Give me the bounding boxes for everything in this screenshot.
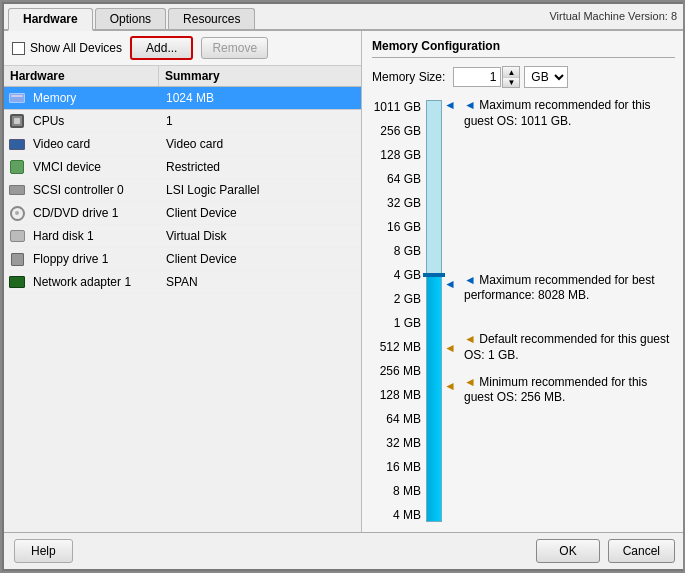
min-recommended-annotation: ◄ Minimum recommended for this guest OS:… [464, 375, 675, 406]
memory-decrease-button[interactable]: ▼ [503, 77, 519, 87]
hardware-name: Network adapter 1 [30, 273, 160, 291]
hardware-name: Hard disk 1 [30, 227, 160, 245]
network-icon [7, 272, 27, 292]
hardware-name: CPUs [30, 112, 160, 130]
hardware-summary: SPAN [160, 273, 361, 291]
table-row[interactable]: SCSI controller 0 LSI Logic Parallel [4, 179, 361, 202]
memory-config-title: Memory Configuration [372, 39, 675, 58]
show-all-label: Show All Devices [30, 41, 122, 55]
hardware-name: CD/DVD drive 1 [30, 204, 160, 222]
harddisk-icon [7, 226, 27, 246]
cancel-button[interactable]: Cancel [608, 539, 675, 563]
hardware-name: Memory [30, 89, 160, 107]
remove-button[interactable]: Remove [201, 37, 268, 59]
scsi-icon [7, 180, 27, 200]
hardware-summary: Restricted [160, 158, 361, 176]
cddvd-icon [7, 203, 27, 223]
table-row[interactable]: Video card Video card [4, 133, 361, 156]
table-row[interactable]: CPUs 1 [4, 110, 361, 133]
max-perf-marker: ◄ [444, 277, 456, 291]
help-button[interactable]: Help [14, 539, 73, 563]
table-row[interactable]: Network adapter 1 SPAN [4, 271, 361, 294]
video-icon [7, 134, 27, 154]
tab-options[interactable]: Options [95, 8, 166, 29]
hardware-summary: Virtual Disk [160, 227, 361, 245]
table-row[interactable]: Memory 1024 MB [4, 87, 361, 110]
memory-size-label: Memory Size: [372, 70, 445, 84]
tab-hardware[interactable]: Hardware [8, 8, 93, 31]
col-hardware-header: Hardware [4, 66, 159, 86]
slider-fill [427, 277, 441, 521]
default-recommended-marker: ◄ [444, 341, 456, 355]
vmci-icon [7, 157, 27, 177]
cpu-icon [7, 111, 27, 131]
table-row[interactable]: VMCI device Restricted [4, 156, 361, 179]
max-recommended-marker: ◄ [444, 98, 456, 112]
tab-resources[interactable]: Resources [168, 8, 255, 29]
memory-increase-button[interactable]: ▲ [503, 67, 519, 77]
default-recommended-annotation: ◄ Default recommended for this guest OS:… [464, 332, 675, 363]
max-perf-annotation: ◄ Maximum recommended for best performan… [464, 273, 675, 304]
hardware-name: Floppy drive 1 [30, 250, 160, 268]
show-all-devices-checkbox[interactable]: Show All Devices [12, 41, 122, 55]
checkbox-icon [12, 42, 25, 55]
add-button[interactable]: Add... [130, 36, 193, 60]
hardware-name: Video card [30, 135, 160, 153]
col-summary-header: Summary [159, 66, 361, 86]
hardware-summary: 1024 MB [160, 89, 361, 107]
hardware-name: SCSI controller 0 [30, 181, 160, 199]
version-label: Virtual Machine Version: 8 [549, 10, 677, 22]
hardware-summary: 1 [160, 112, 361, 130]
hardware-name: VMCI device [30, 158, 160, 176]
hardware-summary: LSI Logic Parallel [160, 181, 361, 199]
hardware-summary: Client Device [160, 204, 361, 222]
table-row[interactable]: Floppy drive 1 Client Device [4, 248, 361, 271]
memory-icon [7, 88, 27, 108]
max-recommended-annotation: ◄ Maximum recommended for this guest OS:… [464, 98, 675, 129]
table-row[interactable]: Hard disk 1 Virtual Disk [4, 225, 361, 248]
memory-size-input[interactable] [453, 67, 501, 87]
table-row[interactable]: CD/DVD drive 1 Client Device [4, 202, 361, 225]
hardware-summary: Client Device [160, 250, 361, 268]
memory-unit-select[interactable]: GB MB [524, 66, 568, 88]
ok-button[interactable]: OK [536, 539, 599, 563]
min-recommended-marker: ◄ [444, 379, 456, 393]
floppy-icon [7, 249, 27, 269]
slider-track[interactable] [426, 100, 442, 522]
scale-labels: 1011 GB 256 GB 128 GB 64 GB 32 GB 16 GB … [372, 98, 424, 524]
hardware-summary: Video card [160, 135, 361, 153]
slider-handle[interactable] [423, 273, 445, 277]
